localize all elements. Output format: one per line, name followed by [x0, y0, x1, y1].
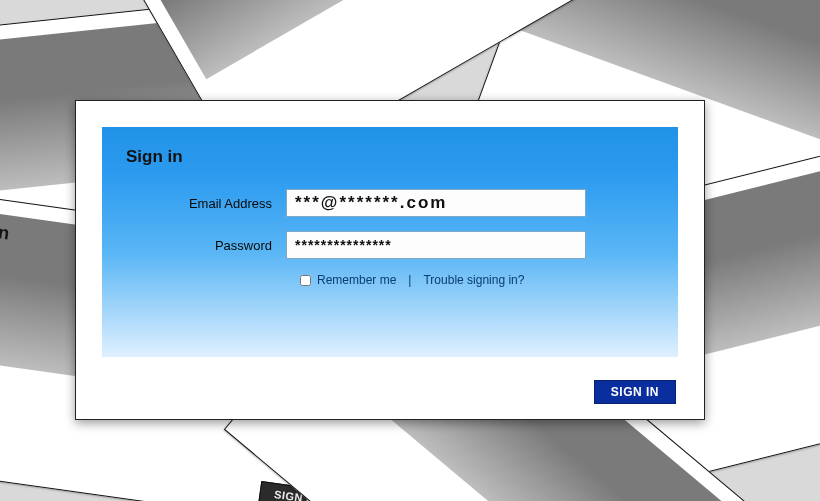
- email-label: Email Address: [126, 196, 286, 211]
- remember-checkbox[interactable]: [300, 275, 311, 286]
- signin-panel: Sign in Email Address Password Remember …: [102, 127, 678, 357]
- signin-dialog: Sign in Email Address Password Remember …: [75, 100, 705, 420]
- email-field[interactable]: [286, 189, 586, 217]
- password-label: Password: [126, 238, 286, 253]
- remember-label: Remember me: [317, 273, 396, 287]
- options-divider: |: [408, 273, 411, 287]
- password-row: Password: [126, 231, 654, 259]
- password-field[interactable]: [286, 231, 586, 259]
- dialog-title: Sign in: [126, 147, 654, 167]
- options-row: Remember me | Trouble signing in?: [300, 273, 654, 287]
- trouble-link[interactable]: Trouble signing in?: [423, 273, 524, 287]
- signin-button[interactable]: SIGN IN: [594, 380, 676, 404]
- email-row: Email Address: [126, 189, 654, 217]
